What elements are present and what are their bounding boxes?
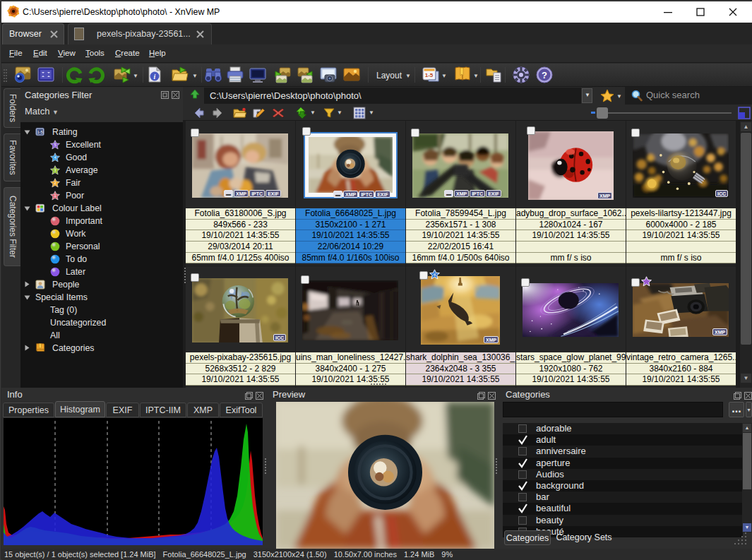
svg-text:?: ? xyxy=(542,70,547,81)
svg-text:3: 3 xyxy=(54,168,56,172)
svg-text:5: 5 xyxy=(54,143,56,147)
svg-text:2: 2 xyxy=(54,181,56,185)
svg-text:1: 1 xyxy=(54,193,56,198)
svg-text:1-5: 1-5 xyxy=(425,72,434,78)
svg-text:4: 4 xyxy=(54,155,56,160)
svg-text:1-5: 1-5 xyxy=(37,130,42,134)
svg-text:i: i xyxy=(154,73,156,81)
